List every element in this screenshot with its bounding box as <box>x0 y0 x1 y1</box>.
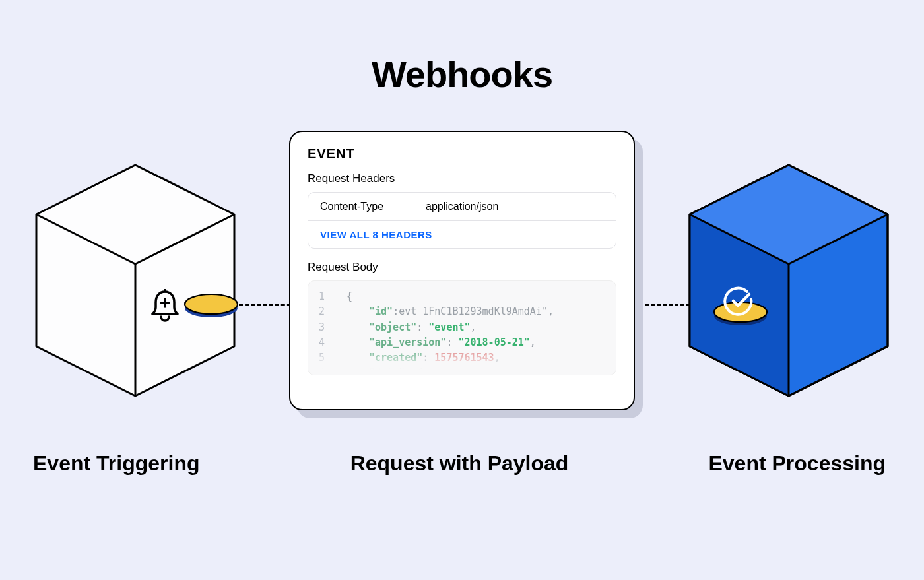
code-punct: : <box>446 337 458 348</box>
cube-event-processing <box>686 162 891 393</box>
bell-plus-icon <box>150 289 180 326</box>
diagram-labels: Event Triggering Request with Payload Ev… <box>0 451 924 476</box>
code-key: "object" <box>369 321 416 333</box>
code-punct: , <box>471 321 477 333</box>
code-punct: , <box>530 337 536 348</box>
view-all-headers-link[interactable]: VIEW ALL 8 HEADERS <box>308 220 616 248</box>
code-val: :evt_1FnC1B1293mdKl9AmdAi", <box>393 306 554 317</box>
cube-event-triggering <box>33 162 238 393</box>
event-card: EVENT Request Headers Content-Type appli… <box>289 131 635 410</box>
svg-point-8 <box>185 294 238 314</box>
cube-blue-icon <box>686 162 891 399</box>
code-key: "id" <box>369 306 393 317</box>
code-brace: { <box>346 289 352 304</box>
label-event-processing: Event Processing <box>661 451 886 476</box>
request-body-code: 1{ 2"id":evt_1FnC1B1293mdKl9AmdAi", 3"ob… <box>308 280 616 375</box>
coin-icon <box>183 292 239 319</box>
diagram-title: Webhooks <box>0 53 924 96</box>
header-value: application/json <box>426 201 498 212</box>
label-event-triggering: Event Triggering <box>33 451 257 476</box>
headers-box: Content-Type application/json VIEW ALL 8… <box>308 192 616 249</box>
code-val: "2018-05-21" <box>458 337 529 348</box>
check-circle-icon <box>723 285 756 321</box>
card-title: EVENT <box>308 146 616 162</box>
header-key: Content-Type <box>320 201 426 212</box>
header-row: Content-Type application/json <box>308 193 616 220</box>
label-request-with-payload: Request with Payload <box>257 451 661 476</box>
request-body-label: Request Body <box>308 261 616 274</box>
request-headers-label: Request Headers <box>308 172 616 185</box>
code-val: "event" <box>428 321 470 333</box>
cube-outline-icon <box>33 162 238 399</box>
code-punct: : <box>416 321 428 333</box>
code-key: "api_version" <box>369 337 446 348</box>
